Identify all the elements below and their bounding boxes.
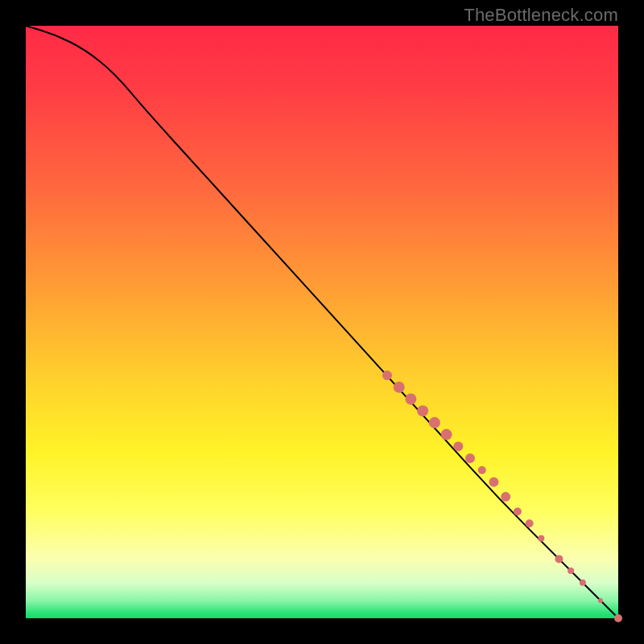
chart-points-group [382,370,622,622]
chart-point [568,568,574,574]
chart-point [555,555,563,563]
chart-point [405,394,416,405]
chart-point [478,466,486,474]
chart-point [580,580,586,586]
chart-point [382,370,392,380]
chart-point [465,453,475,463]
watermark-label: TheBottleneck.com [464,5,618,26]
chart-curve [26,26,618,618]
chart-point [514,508,522,516]
chart-point [453,442,463,452]
chart-point [394,382,405,393]
chart-frame: TheBottleneck.com [26,26,618,618]
chart-point [441,429,452,440]
chart-svg [26,26,618,618]
chart-point [489,477,498,487]
chart-point [417,405,428,416]
chart-point [598,598,603,603]
chart-point [501,492,510,502]
chart-point [526,519,534,527]
chart-point [614,614,622,622]
chart-point [429,417,440,428]
chart-point [538,535,544,542]
